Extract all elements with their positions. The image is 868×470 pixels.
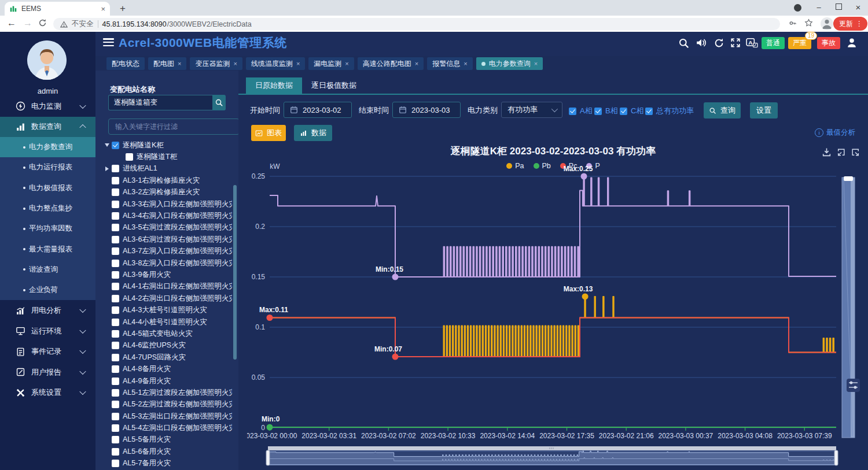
menu-toggle-icon[interactable] bbox=[103, 38, 114, 47]
data-tab-1[interactable]: 日原始数据 bbox=[246, 77, 302, 94]
tab-close-icon[interactable]: × bbox=[296, 60, 300, 67]
browser-tab[interactable]: EEMS × bbox=[5, 2, 110, 16]
page-tab-6[interactable]: 高速公路配电图× bbox=[358, 57, 424, 70]
query-button[interactable]: 查询 bbox=[704, 102, 741, 119]
alarm-button-1[interactable]: 普通 bbox=[762, 37, 785, 49]
tree-checkbox[interactable] bbox=[112, 448, 119, 456]
sidebar-item-4[interactable]: 电力整点集抄 bbox=[0, 198, 95, 219]
tree-row-26[interactable]: AL5-5备用火灾 bbox=[102, 434, 232, 446]
sidebar-item-2[interactable]: 电力运行报表 bbox=[0, 157, 95, 177]
tab-close-icon[interactable]: × bbox=[415, 60, 418, 67]
tab-close-icon[interactable]: × bbox=[345, 60, 348, 67]
tree-checkbox[interactable] bbox=[112, 165, 119, 172]
phase-checkbox-3[interactable]: C相 bbox=[620, 106, 643, 116]
sidebar-item-1[interactable]: 电力参数查询 bbox=[0, 137, 95, 157]
tree-row-7[interactable]: AL3-4右洞入口段右侧加强照明火灾 bbox=[102, 210, 232, 221]
sidebar-group-1[interactable]: 电力监测 bbox=[0, 96, 95, 117]
refresh-icon[interactable] bbox=[38, 18, 47, 29]
page-tab-3[interactable]: 变压器监测× bbox=[190, 57, 242, 70]
vertical-zoom-handle[interactable] bbox=[844, 176, 853, 181]
tree-row-9[interactable]: AL3-6右洞过渡段右侧加强照明火灾 bbox=[102, 234, 232, 245]
tree-row-27[interactable]: AL5-6备用火灾 bbox=[102, 446, 232, 457]
tree-row-24[interactable]: AL5-3左洞出口段左侧加强照明火灾 bbox=[102, 410, 232, 422]
extreme-analysis-link[interactable]: i 最值分析 bbox=[815, 128, 855, 138]
volume-icon[interactable] bbox=[696, 38, 708, 49]
start-date-input[interactable]: 2023-03-02 bbox=[284, 102, 352, 118]
back-icon[interactable]: ← bbox=[7, 18, 16, 28]
data-view-button[interactable]: 数据 bbox=[294, 125, 332, 141]
expand-arrow-right-icon[interactable] bbox=[102, 166, 112, 171]
filter-settings-button[interactable] bbox=[847, 379, 860, 392]
tree-row-23[interactable]: AL5-2左洞过渡段右侧加强照明火灾 bbox=[102, 399, 232, 410]
chart-view-button[interactable]: 图表 bbox=[251, 125, 286, 141]
expand-arrow-down-icon[interactable] bbox=[102, 143, 112, 147]
tree-row-22[interactable]: AL5-1左洞过渡段左侧加强照明火灾 bbox=[102, 387, 232, 398]
search-icon[interactable] bbox=[678, 38, 691, 49]
tree-checkbox[interactable] bbox=[112, 413, 119, 420]
tree-checkbox[interactable] bbox=[112, 424, 119, 432]
tree-row-3[interactable]: 进线柜AL1 bbox=[102, 163, 232, 175]
tree-checkbox[interactable] bbox=[112, 283, 119, 290]
tree-row-4[interactable]: AL3-1右洞检修插座火灾 bbox=[102, 175, 232, 186]
datazoom-top-bar[interactable] bbox=[268, 446, 836, 450]
tree-row-13[interactable]: AL4-1右洞出口段左侧加强照明火灾 bbox=[102, 281, 232, 293]
tree-row-10[interactable]: AL3-7左洞入口段左侧加强照明火灾 bbox=[102, 246, 232, 257]
checkbox-checked-icon[interactable] bbox=[645, 108, 653, 115]
bookmark-star-icon[interactable] bbox=[804, 18, 813, 29]
checkbox-checked-icon[interactable] bbox=[594, 108, 602, 115]
tree-checkbox[interactable] bbox=[112, 177, 119, 184]
window-close-button[interactable]: × bbox=[848, 0, 868, 15]
tab-close-icon[interactable]: × bbox=[178, 60, 181, 67]
user-icon[interactable] bbox=[846, 37, 859, 49]
tree-row-5[interactable]: AL3-2左洞检修插座火灾 bbox=[102, 187, 232, 198]
tree-checkbox[interactable] bbox=[112, 436, 119, 443]
sidebar-group-2[interactable]: 数据查询 bbox=[0, 117, 95, 138]
tree-checkbox[interactable] bbox=[112, 201, 119, 208]
window-maximize-button[interactable] bbox=[829, 0, 848, 15]
tree-row-17[interactable]: AL4-5箱式变电站火灾 bbox=[102, 328, 232, 339]
tree-row-15[interactable]: AL4-3大桩号引道照明火灾 bbox=[102, 304, 232, 316]
forward-icon[interactable]: → bbox=[23, 18, 32, 28]
url-bar[interactable]: 不安全 45.81.195.134:8090/3000WEBV2/Electri… bbox=[53, 18, 780, 30]
tree-row-11[interactable]: AL3-8左洞入口段右侧加强照明火灾 bbox=[102, 257, 232, 269]
tree-row-12[interactable]: AL3-9备用火灾 bbox=[102, 269, 232, 280]
alarm-button-2[interactable]: 严重19 bbox=[788, 37, 811, 49]
end-date-input[interactable]: 2023-03-03 bbox=[392, 102, 461, 118]
tree-checkbox[interactable] bbox=[112, 460, 119, 467]
sidebar-item-7[interactable]: 谐波查询 bbox=[0, 260, 95, 280]
translate-icon[interactable]: A bbox=[746, 38, 759, 49]
checkbox-checked-icon[interactable] bbox=[620, 108, 627, 115]
tree-checkbox[interactable] bbox=[112, 354, 119, 361]
sidebar-item-8[interactable]: 企业负荷 bbox=[0, 280, 95, 300]
new-tab-button[interactable]: + bbox=[116, 2, 130, 16]
tree-row-28[interactable]: AL5-7备用火灾 bbox=[102, 458, 232, 468]
power-type-select[interactable]: 有功功率 bbox=[501, 102, 562, 118]
tree-row-19[interactable]: AL4-7UPS回路火灾 bbox=[102, 351, 232, 363]
tree-checkbox[interactable] bbox=[112, 306, 119, 314]
tree-checkbox[interactable] bbox=[112, 319, 119, 326]
tree-row-1[interactable]: 逐桐隧道K柜 bbox=[102, 139, 232, 151]
sidebar-group-3[interactable]: 用电分析 bbox=[0, 300, 95, 321]
tree-checkbox[interactable] bbox=[112, 389, 119, 397]
station-search-input[interactable] bbox=[108, 95, 212, 110]
sidebar-group-6[interactable]: 用户报告 bbox=[0, 362, 95, 383]
datazoom-right-handle[interactable] bbox=[834, 450, 838, 465]
sidebar-item-5[interactable]: 平均功率因数 bbox=[0, 219, 95, 239]
tree-checkbox[interactable] bbox=[112, 224, 119, 231]
phase-checkbox-1[interactable]: A相 bbox=[569, 106, 593, 116]
sync-icon[interactable] bbox=[713, 38, 726, 49]
tab-close-icon[interactable]: × bbox=[464, 60, 467, 67]
tree-row-16[interactable]: AL4-4小桩号引道照明火灾 bbox=[102, 316, 232, 328]
page-tab-2[interactable]: 配电图× bbox=[148, 57, 186, 70]
station-search-button[interactable] bbox=[212, 95, 226, 110]
datazoom-left-handle[interactable] bbox=[266, 450, 270, 465]
page-tab-1[interactable]: 配电状态 bbox=[106, 57, 145, 70]
tree-checkbox[interactable] bbox=[112, 142, 119, 149]
tree-checkbox[interactable] bbox=[112, 295, 119, 302]
checkbox-checked-icon[interactable] bbox=[569, 108, 576, 115]
alarm-button-3[interactable]: 事故 bbox=[817, 37, 840, 49]
tab-close-icon[interactable]: × bbox=[534, 60, 538, 67]
tree-row-25[interactable]: AL5-4左洞出口段右侧加强照明火灾 bbox=[102, 422, 232, 434]
tree-checkbox[interactable] bbox=[112, 378, 119, 385]
fullscreen-icon[interactable] bbox=[730, 38, 743, 49]
